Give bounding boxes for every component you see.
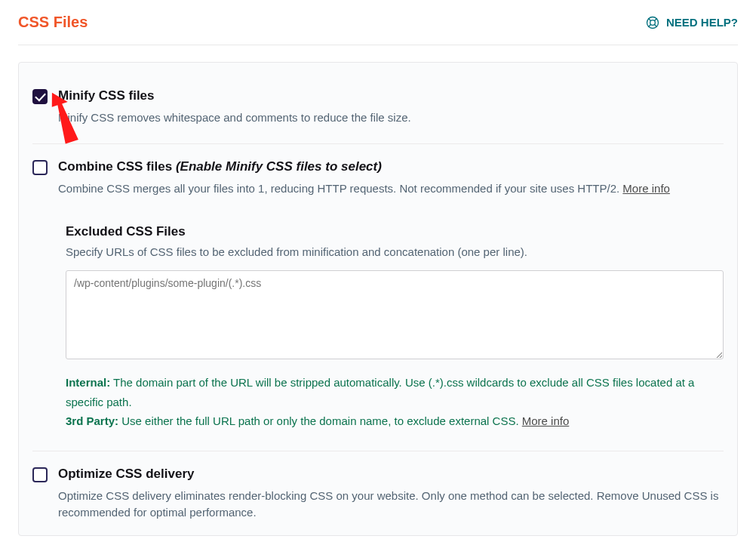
hint-internal: Internal: The domain part of the URL wil… bbox=[66, 373, 724, 411]
combine-css-desc: Combine CSS merges all your files into 1… bbox=[58, 180, 724, 198]
hint-3rd-party: 3rd Party: Use either the full URL path … bbox=[66, 411, 724, 431]
svg-line-5 bbox=[648, 24, 650, 26]
hint-3rd-label: 3rd Party: bbox=[66, 414, 118, 427]
minify-css-title: Minify CSS files bbox=[58, 88, 724, 103]
minify-css-desc: Minify CSS removes whitespace and commen… bbox=[58, 109, 724, 127]
option-combine-css: Combine CSS files (Enable Minify CSS fil… bbox=[32, 144, 724, 214]
excluded-css-textarea[interactable] bbox=[66, 270, 724, 359]
excluded-css-subsection: Excluded CSS Files Specify URLs of CSS f… bbox=[32, 214, 724, 451]
combine-css-title: Combine CSS files (Enable Minify CSS fil… bbox=[58, 159, 724, 174]
optimize-css-title: Optimize CSS delivery bbox=[58, 467, 724, 482]
combine-css-desc-text: Combine CSS merges all your files into 1… bbox=[58, 182, 622, 195]
need-help-link[interactable]: NEED HELP? bbox=[645, 15, 738, 30]
option-minify-css: Minify CSS files Minify CSS removes whit… bbox=[32, 79, 724, 144]
minify-css-checkbox[interactable] bbox=[32, 89, 48, 104]
hint-3rd-text: Use either the full URL path or only the… bbox=[118, 414, 522, 427]
combine-css-texts: Combine CSS files (Enable Minify CSS fil… bbox=[58, 159, 724, 198]
svg-line-3 bbox=[654, 24, 656, 26]
excluded-more-info-link[interactable]: More info bbox=[522, 414, 570, 427]
hint-internal-label: Internal: bbox=[66, 376, 110, 389]
svg-line-2 bbox=[648, 18, 650, 20]
optimize-css-desc: Optimize CSS delivery eliminates render-… bbox=[58, 488, 724, 522]
page-header: CSS Files NEED HELP? bbox=[18, 14, 738, 45]
svg-point-1 bbox=[650, 20, 656, 25]
need-help-label: NEED HELP? bbox=[666, 16, 738, 29]
excluded-css-title: Excluded CSS Files bbox=[66, 224, 724, 239]
hint-internal-text: The domain part of the URL will be strip… bbox=[66, 376, 694, 408]
combine-css-note: (Enable Minify CSS files to select) bbox=[176, 159, 382, 174]
excluded-css-hints: Internal: The domain part of the URL wil… bbox=[66, 373, 724, 431]
svg-line-4 bbox=[654, 18, 656, 20]
optimize-css-checkbox[interactable] bbox=[32, 467, 48, 482]
combine-css-more-info-link[interactable]: More info bbox=[622, 182, 670, 195]
minify-css-texts: Minify CSS files Minify CSS removes whit… bbox=[58, 88, 724, 127]
combine-css-title-text: Combine CSS files bbox=[58, 159, 172, 174]
lifebuoy-icon bbox=[645, 15, 660, 30]
optimize-css-texts: Optimize CSS delivery Optimize CSS deliv… bbox=[58, 467, 724, 522]
css-options-panel: Minify CSS files Minify CSS removes whit… bbox=[18, 62, 738, 536]
excluded-css-desc: Specify URLs of CSS files to be excluded… bbox=[66, 245, 724, 258]
option-optimize-css: Optimize CSS delivery Optimize CSS deliv… bbox=[32, 451, 724, 529]
combine-css-checkbox[interactable] bbox=[32, 160, 48, 175]
page-title: CSS Files bbox=[18, 14, 88, 31]
